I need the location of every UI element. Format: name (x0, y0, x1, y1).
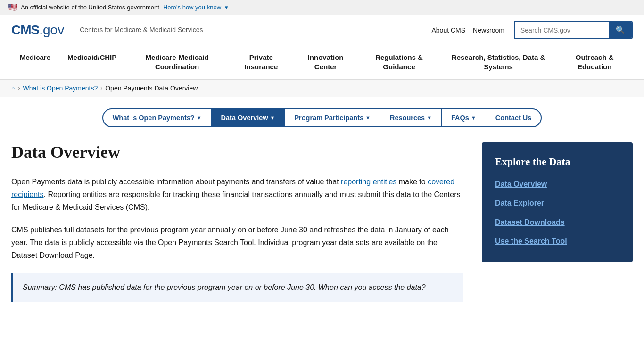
search-button[interactable]: 🔍 (609, 22, 632, 38)
tab-program-participants[interactable]: Program Participants ▼ (285, 109, 380, 126)
chevron-down-icon: ▼ (197, 115, 202, 121)
chevron-down-icon: ▼ (471, 115, 476, 121)
explore-data-overview-link[interactable]: Data Overview (495, 179, 619, 189)
gov-banner-expand[interactable]: ▾ (225, 4, 228, 11)
gov-banner-text: An official website of the United States… (21, 4, 159, 11)
home-icon: ⌂ (11, 84, 15, 92)
tab-what-is-open-payments[interactable]: What is Open Payments? ▼ (103, 109, 212, 126)
chevron-down-icon: ▼ (270, 115, 275, 121)
nav-private-insurance[interactable]: Private Insurance (229, 45, 293, 79)
intro-text-end: . Reporting entities are responsible for… (11, 190, 461, 211)
us-flag-icon: 🇺🇸 (8, 3, 17, 12)
explore-search-tool-link[interactable]: Use the Search Tool (495, 236, 619, 247)
nav-medicare[interactable]: Medicare (11, 45, 59, 79)
breadcrumb-sep-2: › (100, 85, 102, 91)
explore-dataset-downloads-link[interactable]: Dataset Downloads (495, 217, 619, 228)
breadcrumb-home[interactable]: ⌂ (11, 84, 15, 92)
explore-title: Explore the Data (495, 156, 619, 168)
chevron-down-icon: ▼ (365, 115, 371, 121)
search-form: 🔍 (514, 21, 633, 39)
nav-medicaid[interactable]: Medicaid/CHIP (59, 45, 125, 79)
chevron-down-icon: ▼ (427, 115, 432, 121)
intro-paragraph: Open Payments data is publicly accessibl… (11, 175, 463, 214)
teaser-text: Summary: CMS has published data for the … (23, 283, 426, 291)
nav-research[interactable]: Research, Statistics, Data & Systems (440, 45, 557, 79)
logo-dot: . (39, 23, 43, 38)
nav-medicare-medicaid[interactable]: Medicare-Medicaid Coordination (125, 45, 229, 79)
header-left: CMS.gov Centers for Medicare & Medicaid … (11, 23, 203, 38)
explore-data-explorer-link[interactable]: Data Explorer (495, 198, 619, 208)
page-title: Data Overview (11, 142, 463, 162)
search-input[interactable] (515, 22, 609, 38)
nav-innovation-center[interactable]: Innovation Center (293, 45, 358, 79)
logo-gov: gov (43, 23, 64, 38)
breadcrumb-open-payments[interactable]: What is Open Payments? (23, 84, 98, 92)
teaser-box: Summary: CMS has published data for the … (11, 273, 463, 302)
header-links: About CMS Newsroom (432, 26, 505, 34)
nav-outreach[interactable]: Outreach & Education (556, 45, 633, 79)
nav-regulations[interactable]: Regulations & Guidance (358, 45, 440, 79)
explore-links: Data Overview Data Explorer Dataset Down… (495, 179, 619, 247)
main-nav: Medicare Medicaid/CHIP Medicare-Medicaid… (0, 45, 644, 80)
site-name: Centers for Medicare & Medicaid Services (72, 25, 203, 34)
breadcrumb-sep-1: › (18, 85, 20, 91)
logo-cms: CMS (11, 23, 39, 38)
second-paragraph: CMS publishes full datasets for the prev… (11, 223, 463, 262)
tab-faqs[interactable]: FAQs ▼ (442, 109, 486, 126)
search-icon: 🔍 (616, 26, 625, 34)
tab-resources[interactable]: Resources ▼ (380, 109, 442, 126)
breadcrumb-current: Open Payments Data Overview (105, 84, 198, 92)
tab-contact-us[interactable]: Contact Us (486, 109, 541, 126)
breadcrumb: ⌂ › What is Open Payments? › Open Paymen… (0, 80, 644, 97)
intro-text-middle: make to (396, 178, 428, 186)
main-content: Data Overview Open Payments data is publ… (11, 142, 482, 302)
intro-text-before: Open Payments data is publicly accessibl… (11, 178, 341, 186)
page-nav-inner: What is Open Payments? ▼ Data Overview ▼… (102, 108, 542, 127)
newsroom-link[interactable]: Newsroom (473, 26, 504, 34)
page-nav: What is Open Payments? ▼ Data Overview ▼… (0, 97, 644, 127)
reporting-entities-link[interactable]: reporting entities (341, 178, 396, 186)
tab-data-overview[interactable]: Data Overview ▼ (212, 109, 285, 126)
cms-logo[interactable]: CMS.gov (11, 23, 64, 38)
sidebar: Explore the Data Data Overview Data Expl… (482, 142, 633, 302)
how-you-know-link[interactable]: Here's how you know (163, 4, 221, 11)
content-wrapper: Data Overview Open Payments data is publ… (0, 127, 644, 317)
gov-banner: 🇺🇸 An official website of the United Sta… (0, 0, 644, 15)
header-right: About CMS Newsroom 🔍 (432, 21, 633, 39)
site-header: CMS.gov Centers for Medicare & Medicaid … (0, 15, 644, 45)
explore-box: Explore the Data Data Overview Data Expl… (482, 142, 633, 262)
about-cms-link[interactable]: About CMS (432, 26, 466, 34)
